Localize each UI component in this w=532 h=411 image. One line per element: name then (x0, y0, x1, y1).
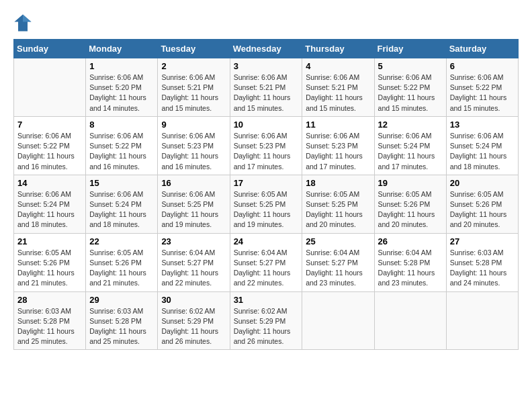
day-info: Sunrise: 6:06 AMSunset: 5:20 PMDaylight:… (89, 73, 154, 113)
day-info: Sunrise: 6:04 AMSunset: 5:27 PMDaylight:… (306, 248, 370, 289)
header-day-friday: Friday (374, 40, 446, 58)
day-number: 15 (89, 178, 154, 188)
day-info: Sunrise: 6:06 AMSunset: 5:24 PMDaylight:… (89, 189, 154, 230)
calendar-table: SundayMondayTuesdayWednesdayThursdayFrid… (13, 39, 519, 350)
calendar-cell: 4Sunrise: 6:06 AMSunset: 5:21 PMDaylight… (302, 58, 374, 117)
calendar-cell (446, 291, 518, 350)
day-info: Sunrise: 6:05 AMSunset: 5:26 PMDaylight:… (450, 189, 515, 230)
day-info: Sunrise: 6:06 AMSunset: 5:21 PMDaylight:… (234, 73, 299, 113)
day-number: 21 (17, 236, 82, 246)
day-number: 23 (161, 236, 226, 246)
day-number: 28 (17, 295, 82, 305)
day-number: 20 (450, 178, 515, 188)
day-info: Sunrise: 6:06 AMSunset: 5:23 PMDaylight:… (234, 131, 299, 172)
calendar-cell (14, 58, 86, 117)
day-number: 6 (450, 61, 515, 71)
week-row: 28Sunrise: 6:03 AMSunset: 5:28 PMDayligh… (14, 291, 519, 350)
calendar-cell: 16Sunrise: 6:06 AMSunset: 5:25 PMDayligh… (158, 175, 230, 233)
header-day-monday: Monday (86, 40, 158, 58)
header-day-thursday: Thursday (302, 40, 374, 58)
day-info: Sunrise: 6:05 AMSunset: 5:25 PMDaylight:… (306, 189, 370, 230)
calendar-body: 1Sunrise: 6:06 AMSunset: 5:20 PMDaylight… (14, 58, 519, 350)
calendar-cell: 24Sunrise: 6:04 AMSunset: 5:27 PMDayligh… (230, 233, 302, 291)
day-info: Sunrise: 6:06 AMSunset: 5:22 PMDaylight:… (89, 131, 154, 172)
day-number: 1 (89, 61, 154, 71)
calendar-cell: 19Sunrise: 6:05 AMSunset: 5:26 PMDayligh… (374, 175, 446, 233)
day-info: Sunrise: 6:06 AMSunset: 5:22 PMDaylight:… (378, 73, 443, 113)
calendar-cell (374, 291, 446, 350)
day-info: Sunrise: 6:06 AMSunset: 5:22 PMDaylight:… (17, 131, 82, 172)
week-row: 1Sunrise: 6:06 AMSunset: 5:20 PMDaylight… (14, 58, 519, 117)
day-number: 22 (89, 236, 154, 246)
calendar-cell: 2Sunrise: 6:06 AMSunset: 5:21 PMDaylight… (158, 58, 230, 117)
calendar-cell: 26Sunrise: 6:04 AMSunset: 5:28 PMDayligh… (374, 233, 446, 291)
day-number: 24 (234, 236, 299, 246)
day-info: Sunrise: 6:02 AMSunset: 5:29 PMDaylight:… (161, 306, 226, 347)
day-info: Sunrise: 6:04 AMSunset: 5:27 PMDaylight:… (234, 248, 299, 289)
day-info: Sunrise: 6:06 AMSunset: 5:23 PMDaylight:… (306, 131, 370, 172)
calendar-cell: 10Sunrise: 6:06 AMSunset: 5:23 PMDayligh… (230, 116, 302, 175)
calendar-cell: 1Sunrise: 6:06 AMSunset: 5:20 PMDaylight… (86, 58, 158, 117)
calendar-cell: 6Sunrise: 6:06 AMSunset: 5:22 PMDaylight… (446, 58, 518, 117)
header-row: SundayMondayTuesdayWednesdayThursdayFrid… (14, 40, 519, 58)
day-number: 7 (17, 120, 82, 130)
calendar-cell: 20Sunrise: 6:05 AMSunset: 5:26 PMDayligh… (446, 175, 518, 233)
day-info: Sunrise: 6:06 AMSunset: 5:24 PMDaylight:… (378, 131, 443, 172)
day-info: Sunrise: 6:03 AMSunset: 5:28 PMDaylight:… (450, 248, 515, 289)
day-number: 31 (234, 295, 299, 305)
day-number: 17 (234, 178, 299, 188)
day-number: 27 (450, 236, 515, 246)
calendar-cell: 31Sunrise: 6:02 AMSunset: 5:29 PMDayligh… (230, 291, 302, 350)
calendar-cell: 22Sunrise: 6:05 AMSunset: 5:26 PMDayligh… (86, 233, 158, 291)
calendar-cell: 25Sunrise: 6:04 AMSunset: 5:27 PMDayligh… (302, 233, 374, 291)
day-number: 14 (17, 178, 82, 188)
header-day-saturday: Saturday (446, 40, 518, 58)
calendar-cell: 30Sunrise: 6:02 AMSunset: 5:29 PMDayligh… (158, 291, 230, 350)
calendar-header: SundayMondayTuesdayWednesdayThursdayFrid… (14, 40, 519, 58)
calendar-cell: 12Sunrise: 6:06 AMSunset: 5:24 PMDayligh… (374, 116, 446, 175)
day-number: 8 (89, 120, 154, 130)
calendar-cell: 29Sunrise: 6:03 AMSunset: 5:28 PMDayligh… (86, 291, 158, 350)
calendar-cell: 17Sunrise: 6:05 AMSunset: 5:25 PMDayligh… (230, 175, 302, 233)
week-row: 7Sunrise: 6:06 AMSunset: 5:22 PMDaylight… (14, 116, 519, 175)
day-number: 4 (306, 61, 370, 71)
calendar-cell: 23Sunrise: 6:04 AMSunset: 5:27 PMDayligh… (158, 233, 230, 291)
day-number: 12 (378, 120, 443, 130)
calendar-cell: 7Sunrise: 6:06 AMSunset: 5:22 PMDaylight… (14, 116, 86, 175)
day-info: Sunrise: 6:05 AMSunset: 5:26 PMDaylight:… (89, 248, 154, 289)
day-number: 3 (234, 61, 299, 71)
calendar-cell: 14Sunrise: 6:06 AMSunset: 5:24 PMDayligh… (14, 175, 86, 233)
day-number: 10 (234, 120, 299, 130)
calendar-cell: 8Sunrise: 6:06 AMSunset: 5:22 PMDaylight… (86, 116, 158, 175)
calendar-cell: 28Sunrise: 6:03 AMSunset: 5:28 PMDayligh… (14, 291, 86, 350)
day-number: 30 (161, 295, 226, 305)
calendar-cell: 21Sunrise: 6:05 AMSunset: 5:26 PMDayligh… (14, 233, 86, 291)
calendar-cell: 18Sunrise: 6:05 AMSunset: 5:25 PMDayligh… (302, 175, 374, 233)
day-info: Sunrise: 6:04 AMSunset: 5:28 PMDaylight:… (378, 248, 443, 289)
page-header (13, 13, 519, 32)
day-number: 11 (306, 120, 370, 130)
header-day-wednesday: Wednesday (230, 40, 302, 58)
day-info: Sunrise: 6:06 AMSunset: 5:24 PMDaylight:… (17, 189, 82, 230)
calendar-cell: 11Sunrise: 6:06 AMSunset: 5:23 PMDayligh… (302, 116, 374, 175)
day-info: Sunrise: 6:06 AMSunset: 5:23 PMDaylight:… (161, 131, 226, 172)
day-number: 5 (378, 61, 443, 71)
day-number: 29 (89, 295, 154, 305)
day-info: Sunrise: 6:05 AMSunset: 5:26 PMDaylight:… (17, 248, 82, 289)
day-info: Sunrise: 6:03 AMSunset: 5:28 PMDaylight:… (89, 306, 154, 347)
day-number: 18 (306, 178, 370, 188)
day-number: 9 (161, 120, 226, 130)
day-number: 26 (378, 236, 443, 246)
week-row: 21Sunrise: 6:05 AMSunset: 5:26 PMDayligh… (14, 233, 519, 291)
day-number: 2 (161, 61, 226, 71)
logo (13, 13, 34, 32)
day-info: Sunrise: 6:06 AMSunset: 5:22 PMDaylight:… (450, 73, 515, 113)
day-info: Sunrise: 6:06 AMSunset: 5:24 PMDaylight:… (450, 131, 515, 172)
svg-marker-1 (23, 14, 32, 21)
day-info: Sunrise: 6:06 AMSunset: 5:25 PMDaylight:… (161, 189, 226, 230)
calendar-cell (302, 291, 374, 350)
calendar-cell: 27Sunrise: 6:03 AMSunset: 5:28 PMDayligh… (446, 233, 518, 291)
logo-icon (13, 13, 32, 32)
day-number: 16 (161, 178, 226, 188)
day-info: Sunrise: 6:05 AMSunset: 5:25 PMDaylight:… (234, 189, 299, 230)
